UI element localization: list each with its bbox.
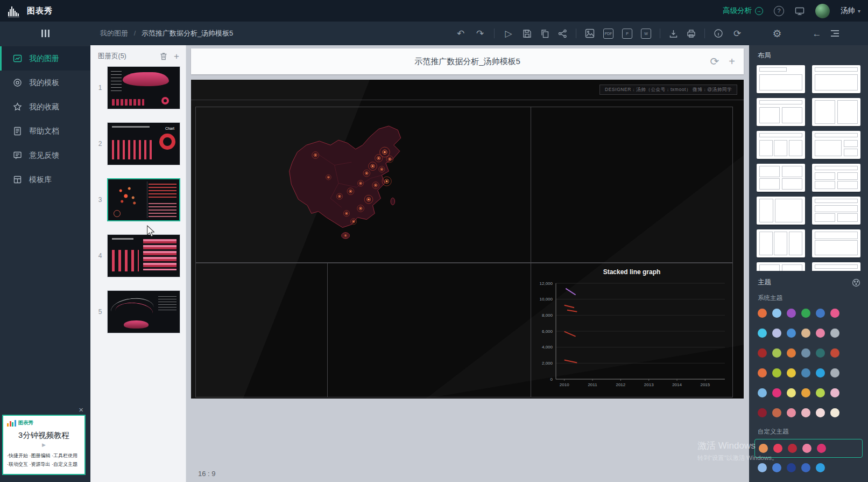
theme-color-dot[interactable] (816, 463, 825, 472)
trash-icon[interactable] (160, 52, 167, 60)
app-logo[interactable]: 图表秀 (8, 4, 53, 17)
layout-template[interactable] (757, 131, 805, 159)
theme-color-dot[interactable] (787, 408, 796, 417)
sidebar-item-my-favorites[interactable]: 我的收藏 (0, 95, 90, 119)
theme-color-dot[interactable] (801, 348, 810, 358)
user-menu[interactable]: 汤帅 ▾ (841, 6, 860, 16)
save-icon[interactable] (523, 29, 532, 38)
layout-template[interactable] (757, 229, 805, 257)
add-page-icon[interactable]: + (174, 52, 179, 61)
redo-icon[interactable]: ↷ (475, 29, 485, 38)
refresh-icon[interactable]: ⟳ (710, 56, 719, 67)
sidebar-item-template-library[interactable]: 模板库 (0, 167, 90, 192)
info-icon[interactable] (714, 29, 723, 38)
video-tutorial-card[interactable]: × 图表秀 3分钟视频教程 ▶ ·快捷开始 ·图册编辑 ·工具栏使用 ·联动交互… (2, 415, 86, 475)
close-icon[interactable]: × (79, 405, 83, 414)
theme-color-dot[interactable] (816, 408, 825, 417)
theme-color-dot[interactable] (772, 463, 781, 472)
system-theme-row-6[interactable] (749, 403, 868, 423)
theme-color-dot[interactable] (759, 444, 768, 453)
theme-color-dot[interactable] (802, 444, 811, 453)
theme-color-dot[interactable] (758, 348, 767, 358)
breadcrumb-root[interactable]: 我的图册 (100, 29, 128, 37)
theme-color-dot[interactable] (830, 408, 839, 417)
theme-color-dot[interactable] (758, 329, 767, 338)
theme-color-dot[interactable] (787, 348, 796, 358)
theme-color-dot[interactable] (801, 388, 810, 397)
theme-color-dot[interactable] (787, 463, 796, 472)
export-ppt-icon[interactable]: P (622, 29, 632, 39)
theme-color-dot[interactable] (830, 309, 839, 318)
collapse-panels-icon[interactable] (0, 30, 90, 37)
aspect-ratio-label[interactable]: 16 : 9 (198, 470, 216, 478)
tutorial-links-row-1[interactable]: ·快捷开始 ·图册编辑 ·工具栏使用 (7, 451, 81, 460)
add-chart-icon[interactable]: + (729, 56, 735, 67)
theme-color-dot[interactable] (830, 388, 839, 397)
theme-color-dot[interactable] (772, 408, 781, 417)
china-map-panel[interactable] (195, 107, 531, 263)
theme-color-dot[interactable] (758, 463, 767, 472)
theme-color-dot[interactable] (787, 368, 796, 378)
theme-color-dot[interactable] (816, 368, 825, 378)
page-thumbnail-2[interactable]: Chart (107, 122, 180, 165)
copy-icon[interactable] (540, 29, 549, 38)
sidebar-item-help-docs[interactable]: 帮助文档 (0, 119, 90, 143)
outline-list-icon[interactable] (831, 30, 839, 37)
custom-theme-row-1-selected[interactable] (754, 439, 863, 458)
theme-color-dot[interactable] (787, 388, 796, 397)
theme-color-dot[interactable] (758, 408, 767, 417)
back-icon[interactable]: ← (811, 29, 822, 38)
page-thumbnail-5[interactable] (107, 290, 180, 333)
sidebar-item-my-templates[interactable]: 我的模板 (0, 71, 90, 95)
dashboard-canvas[interactable]: DESIGNER：汤帅（公众号：txmoot） 微博：@汤帅同学 Stack (191, 80, 744, 399)
theme-color-dot[interactable] (772, 329, 781, 338)
stacked-line-chart-panel[interactable]: Stacked line graph 12,00010,0008,0006,00… (531, 263, 733, 397)
theme-color-dot[interactable] (801, 368, 810, 378)
theme-color-dot[interactable] (772, 309, 781, 318)
layout-template[interactable] (812, 65, 860, 93)
undo-icon[interactable]: ↶ (455, 29, 466, 38)
sidebar-item-my-albums[interactable]: 我的图册 (0, 46, 90, 71)
system-theme-row-4[interactable] (749, 363, 868, 383)
theme-color-dot[interactable] (772, 388, 781, 397)
theme-color-dot[interactable] (816, 348, 825, 358)
export-download-icon[interactable] (669, 29, 678, 38)
theme-color-dot[interactable] (801, 309, 810, 318)
settings-gear-icon[interactable]: ⚙ (772, 29, 782, 39)
advanced-analysis-link[interactable]: 高级分析 → (723, 6, 763, 16)
theme-color-dot[interactable] (788, 444, 797, 453)
layout-template[interactable] (812, 262, 860, 271)
tutorial-links-row-2[interactable]: ·联动交互 ·资源导出 ·自定义主题 (7, 460, 81, 469)
theme-color-dot[interactable] (758, 388, 767, 397)
theme-color-dot[interactable] (816, 388, 825, 397)
export-pdf-icon[interactable]: PDF (603, 29, 613, 39)
theme-color-dot[interactable] (772, 368, 781, 378)
layout-template[interactable] (812, 131, 860, 159)
theme-color-dot[interactable] (830, 348, 839, 358)
export-image-icon[interactable] (585, 29, 595, 38)
layout-template[interactable] (757, 98, 805, 126)
layout-template[interactable] (757, 164, 805, 192)
tutorial-play-icon[interactable]: ▶ (7, 442, 81, 448)
layout-template[interactable] (757, 262, 805, 271)
system-theme-row-1[interactable] (749, 303, 868, 323)
theme-color-dot[interactable] (801, 463, 810, 472)
sidebar-item-feedback[interactable]: 意见反馈 (0, 143, 90, 167)
theme-color-dot[interactable] (816, 309, 825, 318)
chart-panel-top-right[interactable] (531, 107, 733, 263)
layout-template[interactable] (757, 197, 805, 225)
chart-panel-bottom-left[interactable] (195, 263, 328, 397)
theme-color-dot[interactable] (830, 329, 839, 338)
system-theme-row-5[interactable] (749, 383, 868, 403)
theme-color-dot[interactable] (787, 329, 796, 338)
page-thumbnail-1[interactable] (107, 66, 180, 109)
theme-color-dot[interactable] (816, 329, 825, 338)
fullscreen-icon[interactable] (795, 6, 805, 16)
help-icon[interactable]: ? (774, 6, 784, 16)
palette-icon[interactable] (852, 278, 860, 287)
user-avatar[interactable] (815, 4, 830, 18)
theme-color-dot[interactable] (817, 444, 826, 453)
export-word-icon[interactable]: W (641, 29, 651, 39)
sync-icon[interactable]: ⟳ (732, 29, 743, 38)
layout-template[interactable] (812, 197, 860, 225)
